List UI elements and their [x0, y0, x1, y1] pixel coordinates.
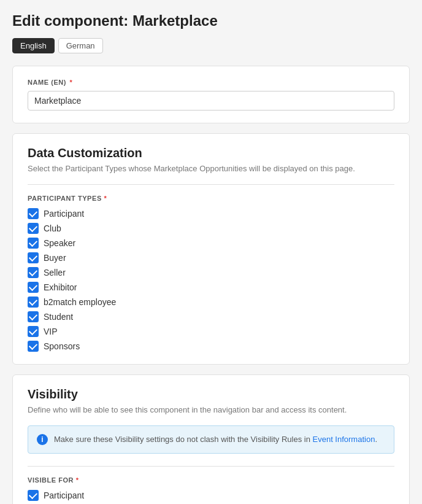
language-tabs: English German	[12, 38, 410, 53]
checkbox-buyer[interactable]: Buyer	[28, 252, 394, 263]
visible-for-label: VISIBLE FOR *	[28, 476, 394, 484]
data-customization-title: Data Customization	[28, 146, 394, 160]
required-indicator: *	[67, 79, 72, 86]
checkbox-participant[interactable]: Participant	[28, 208, 394, 219]
checkbox-seller[interactable]: Seller	[28, 267, 394, 278]
visibility-info-box: i Make sure these Visibility settings do…	[28, 425, 394, 454]
checkbox-sponsors-input[interactable]	[28, 341, 39, 352]
checkbox-club[interactable]: Club	[28, 223, 394, 234]
info-box-text: Make sure these Visibility settings do n…	[54, 433, 377, 446]
vis-checkbox-participant-label: Participant	[44, 490, 84, 500]
tab-german[interactable]: German	[58, 38, 103, 53]
checkbox-b2match-employee-input[interactable]	[28, 297, 39, 308]
checkbox-vip-label: VIP	[44, 327, 58, 336]
visibility-title: Visibility	[28, 387, 394, 401]
checkbox-speaker-input[interactable]	[28, 238, 39, 249]
checkbox-student[interactable]: Student	[28, 311, 394, 322]
checkbox-exhibitor-label: Exhibitor	[44, 282, 77, 292]
checkbox-seller-label: Seller	[44, 268, 66, 277]
checkbox-speaker[interactable]: Speaker	[28, 238, 394, 249]
checkbox-student-label: Student	[44, 312, 73, 322]
name-input[interactable]	[28, 91, 394, 110]
checkbox-exhibitor[interactable]: Exhibitor	[28, 282, 394, 293]
participant-types-list: Participant Club Speaker Buyer Seller Ex…	[28, 208, 394, 352]
visible-for-list: Participant Club Speaker Buyer Seller Ex…	[28, 490, 394, 505]
visibility-card: Visibility Define who will be able to se…	[12, 374, 410, 504]
checkbox-speaker-label: Speaker	[44, 238, 75, 248]
participant-types-label: PARTICIPANT TYPES *	[28, 195, 394, 202]
checkbox-exhibitor-input[interactable]	[28, 282, 39, 293]
checkbox-b2match-employee-label: b2match employee	[44, 297, 116, 307]
checkbox-participant-input[interactable]	[28, 208, 39, 219]
name-card: NAME (EN) *	[12, 66, 410, 123]
tab-english[interactable]: English	[12, 38, 55, 53]
checkbox-buyer-label: Buyer	[44, 253, 66, 263]
checkbox-club-label: Club	[44, 223, 61, 233]
checkbox-buyer-input[interactable]	[28, 252, 39, 263]
event-information-link[interactable]: Event Information	[313, 435, 375, 444]
checkbox-club-input[interactable]	[28, 223, 39, 234]
checkbox-sponsors-label: Sponsors	[44, 341, 80, 351]
checkbox-student-input[interactable]	[28, 311, 39, 322]
checkbox-seller-input[interactable]	[28, 267, 39, 278]
name-field-label: NAME (EN) *	[28, 79, 394, 86]
visibility-desc: Define who will be able to see this comp…	[28, 405, 394, 414]
checkbox-vip-input[interactable]	[28, 326, 39, 337]
checkbox-vip[interactable]: VIP	[28, 326, 394, 337]
checkbox-sponsors[interactable]: Sponsors	[28, 341, 394, 352]
page-title: Edit component: Marketplace	[12, 12, 410, 29]
checkbox-b2match-employee[interactable]: b2match employee	[28, 297, 394, 308]
data-customization-card: Data Customization Select the Participan…	[12, 133, 410, 365]
vis-checkbox-participant[interactable]: Participant	[28, 490, 394, 501]
info-icon: i	[37, 434, 48, 445]
data-customization-desc: Select the Participant Types whose Marke…	[28, 164, 394, 173]
vis-checkbox-participant-input[interactable]	[28, 490, 39, 501]
checkbox-participant-label: Participant	[44, 209, 84, 219]
